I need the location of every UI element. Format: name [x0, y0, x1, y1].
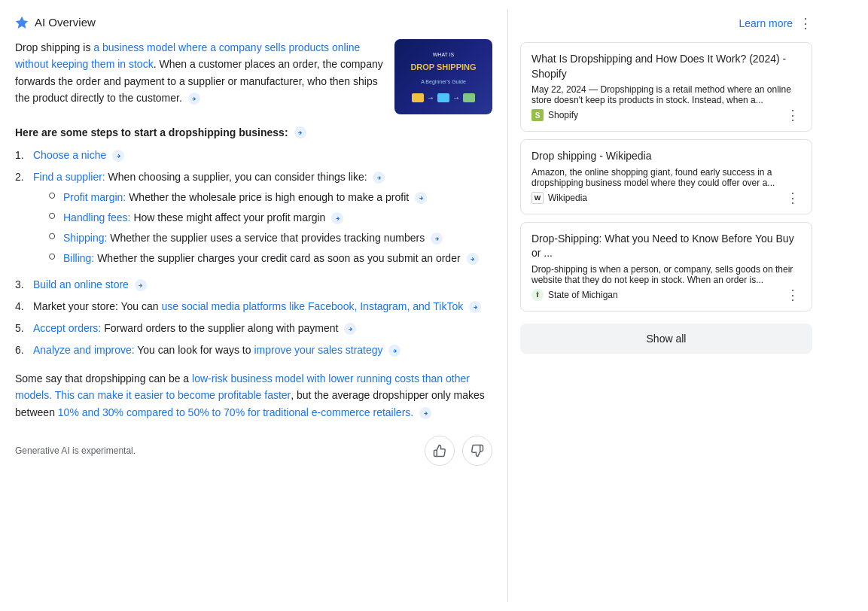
- wikipedia-source-footer: W Wikipedia ⋮: [531, 191, 801, 205]
- sub-item-4: ○ Billing: Whether the supplier charges …: [33, 251, 492, 266]
- step-4-link-icon[interactable]: [469, 301, 481, 313]
- step-5: 5. Accept orders: Forward orders to the …: [15, 321, 492, 336]
- shopify-icon: S: [531, 109, 544, 121]
- sub-4-link-icon[interactable]: [467, 253, 479, 265]
- sources-header: Learn more ⋮: [520, 15, 812, 32]
- intro-section: Drop shipping is a business model where …: [15, 39, 492, 114]
- steps-list: 1. Choose a niche 2. Find a supplier: Wh…: [15, 147, 492, 358]
- michigan-source-footer: State of Michigan ⋮: [531, 288, 801, 302]
- wikipedia-source-snippet: Amazon, the online shopping giant, found…: [531, 167, 801, 188]
- sources-panel: Learn more ⋮ What Is Dropshipping and Ho…: [508, 9, 824, 602]
- shopify-source-date: May 22, 2024 — Dropshipping is a retail …: [531, 84, 801, 105]
- learn-more-link[interactable]: Learn more: [739, 17, 793, 29]
- step-3-link-icon[interactable]: [135, 279, 147, 291]
- closing-highlight-2: 10% and 30% compared to 50% to 70% for t…: [58, 406, 413, 418]
- thumbs-down-button[interactable]: [462, 436, 492, 466]
- michigan-brand: State of Michigan: [531, 289, 618, 301]
- sub-item-3-text: Shipping: Whether the supplier uses a se…: [63, 230, 492, 246]
- steps-header-link-icon[interactable]: [294, 126, 306, 138]
- step-3-content: Build an online store: [33, 277, 492, 293]
- feedback-buttons: [425, 436, 492, 466]
- wikipedia-brand-name: Wikipedia: [548, 193, 587, 203]
- source-card-shopify: What Is Dropshipping and How Does It Wor…: [520, 42, 812, 132]
- step-1-link-icon[interactable]: [112, 150, 124, 162]
- step-5-text: Accept orders: Forward orders to the sup…: [33, 322, 338, 334]
- closing-link-icon[interactable]: [419, 407, 431, 419]
- ai-overview-header: AI Overview: [15, 15, 492, 29]
- wikipedia-brand: W Wikipedia: [531, 192, 587, 204]
- step-5-link-icon[interactable]: [344, 323, 356, 335]
- step-6: 6. Analyze and improve: You can look for…: [15, 342, 492, 358]
- step-6-text: Analyze and improve: You can look for wa…: [33, 344, 383, 356]
- step-4-content: Market your store: You can use social me…: [33, 299, 492, 315]
- step-1: 1. Choose a niche: [15, 147, 492, 163]
- drop-shipping-image: WHAT IS DROP SHIPPING A Beginner's Guide…: [394, 39, 492, 114]
- step-1-number: 1.: [15, 147, 33, 163]
- wikipedia-more-button[interactable]: ⋮: [784, 191, 801, 205]
- step-3: 3. Build an online store: [15, 277, 492, 293]
- step-4-text: Market your store: You can use social me…: [33, 300, 463, 312]
- step-2-content: Find a supplier: When choosing a supplie…: [33, 169, 492, 271]
- shopify-more-button[interactable]: ⋮: [784, 108, 801, 122]
- step-5-number: 5.: [15, 321, 33, 336]
- step-2-number: 2.: [15, 169, 33, 185]
- image-subtitle: A Beginner's Guide: [418, 76, 469, 87]
- wikipedia-source-title[interactable]: Drop shipping - Wikipedia: [531, 149, 801, 164]
- sub-item-4-text: Billing: Whether the supplier charges yo…: [63, 251, 492, 266]
- step-1-text[interactable]: Choose a niche: [33, 149, 106, 161]
- steps-header: Here are some steps to start a dropshipp…: [15, 126, 492, 138]
- sub-bullet-3: ○: [48, 229, 63, 242]
- sub-bullet-2: ○: [48, 208, 63, 222]
- thumbs-up-button[interactable]: [425, 436, 455, 466]
- sub-bullet-4: ○: [48, 249, 63, 263]
- intro-link-icon[interactable]: [188, 93, 200, 105]
- image-what-is: WHAT IS: [430, 50, 458, 59]
- step-3-text[interactable]: Build an online store: [33, 278, 129, 290]
- show-all-button[interactable]: Show all: [520, 324, 812, 354]
- source-card-michigan: Drop-Shipping: What you Need to Know Bef…: [520, 222, 812, 312]
- svg-rect-1: [537, 293, 538, 297]
- generative-note: Generative AI is experimental.: [15, 445, 136, 456]
- step-2-text: Find a supplier: When choosing a supplie…: [33, 171, 367, 183]
- intro-text-start: Drop shipping is: [15, 41, 93, 53]
- sub-3-link-icon[interactable]: [431, 233, 443, 245]
- ai-diamond-icon: [15, 15, 29, 29]
- sub-item-2: ○ Handling fees: How these might affect …: [33, 210, 492, 226]
- sub-item-2-text: Handling fees: How these might affect yo…: [63, 210, 492, 226]
- closing-highlight-1: low-risk business model with lower runni…: [15, 372, 470, 401]
- ai-footer: Generative AI is experimental.: [15, 436, 492, 466]
- shopify-source-footer: S Shopify ⋮: [531, 108, 801, 122]
- sub-2-link-icon[interactable]: [331, 212, 343, 224]
- ai-overview-title: AI Overview: [35, 16, 96, 29]
- sub-1-link-icon[interactable]: [415, 192, 427, 204]
- shopify-brand-name: Shopify: [548, 110, 578, 120]
- source-card-wikipedia: Drop shipping - Wikipedia Amazon, the on…: [520, 139, 812, 214]
- step-2: 2. Find a supplier: When choosing a supp…: [15, 169, 492, 271]
- more-options-icon[interactable]: ⋮: [799, 15, 812, 32]
- steps-header-text: Here are some steps to start a dropshipp…: [15, 126, 288, 138]
- step-6-number: 6.: [15, 342, 33, 358]
- wikipedia-icon: W: [531, 192, 544, 204]
- intro-text-content: Drop shipping is a business model where …: [15, 39, 385, 114]
- step-4-number: 4.: [15, 299, 33, 315]
- step-2-sub-list: ○ Profit margin: Whether the wholesale p…: [33, 190, 492, 266]
- sub-item-1-text: Profit margin: Whether the wholesale pri…: [63, 190, 492, 205]
- step-4-link-text[interactable]: use social media platforms like Facebook…: [161, 300, 463, 312]
- step-4: 4. Market your store: You can use social…: [15, 299, 492, 315]
- step-5-content: Accept orders: Forward orders to the sup…: [33, 321, 492, 336]
- sub-item-3: ○ Shipping: Whether the supplier uses a …: [33, 230, 492, 246]
- step-1-content: Choose a niche: [33, 147, 492, 163]
- michigan-source-snippet: Drop-shipping is when a person, or compa…: [531, 264, 801, 285]
- michigan-brand-name: State of Michigan: [548, 290, 618, 300]
- shopify-source-title[interactable]: What Is Dropshipping and How Does It Wor…: [531, 52, 801, 81]
- step-3-number: 3.: [15, 277, 33, 293]
- shopify-brand: S Shopify: [531, 109, 578, 121]
- image-graphics: → →: [412, 92, 475, 104]
- ai-overview-panel: AI Overview Drop shipping is a business …: [0, 9, 508, 602]
- michigan-more-button[interactable]: ⋮: [784, 288, 801, 302]
- sub-item-1: ○ Profit margin: Whether the wholesale p…: [33, 190, 492, 205]
- michigan-source-title[interactable]: Drop-Shipping: What you Need to Know Bef…: [531, 232, 801, 261]
- step-6-link-icon[interactable]: [388, 345, 400, 357]
- sub-bullet-1: ○: [48, 188, 63, 202]
- step-2-link-icon[interactable]: [373, 172, 385, 184]
